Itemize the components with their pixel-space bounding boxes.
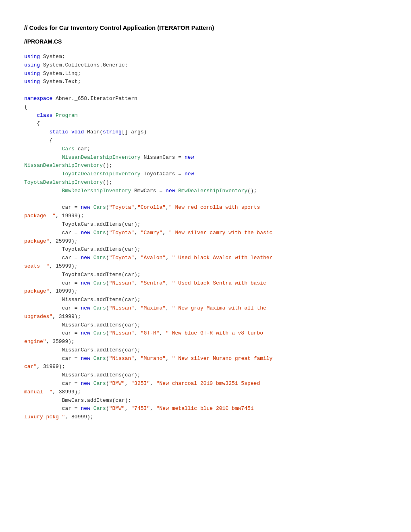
page-title: // Codes for Car Inventory Control Appli… xyxy=(24,24,387,31)
code-block: using System; using System.Collections.G… xyxy=(24,53,387,422)
file-title: //PRORAM.CS xyxy=(24,38,387,45)
